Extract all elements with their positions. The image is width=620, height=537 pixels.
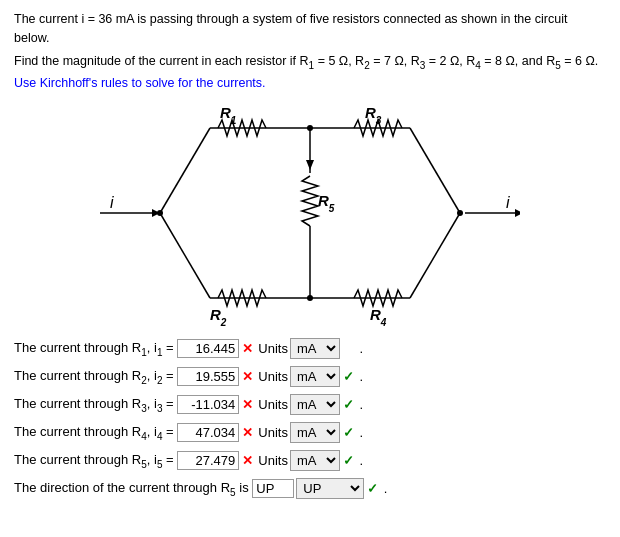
r3-dot: . <box>356 397 363 412</box>
R5-resistor: R5 <box>302 128 335 298</box>
direction-check: ✓ <box>367 481 378 496</box>
r2-error-mark: ✕ <box>242 369 253 384</box>
R3-resistor: R3 <box>354 104 402 136</box>
answer-row-r1: The current through R1, i1 = ✕ Units mAA… <box>14 338 606 359</box>
answer-row-r5: The current through R5, i5 = ✕ Units mAA… <box>14 450 606 471</box>
r5-check: ✓ <box>343 453 354 468</box>
direction-input[interactable] <box>252 479 294 498</box>
r3-units-select[interactable]: mAAμA <box>290 394 340 415</box>
r3-input[interactable] <box>177 395 239 414</box>
r5-error-mark: ✕ <box>242 453 253 468</box>
r3-error-mark: ✕ <box>242 397 253 412</box>
answer-row-r2: The current through R2, i2 = ✕ Units mAA… <box>14 366 606 387</box>
answer-row-r3: The current through R3, i3 = ✕ Units mAA… <box>14 394 606 415</box>
r3-units-label: Units <box>258 397 288 412</box>
problem-line1: The current i = 36 mA is passing through… <box>14 10 606 48</box>
R2-resistor: R2 <box>210 290 266 328</box>
answer-row-r4: The current through R4, i4 = ✕ Units mAA… <box>14 422 606 443</box>
r2-units-label: Units <box>258 369 288 384</box>
r1-dot: . <box>356 341 363 356</box>
svg-line-10 <box>160 213 210 298</box>
r1-input[interactable] <box>177 339 239 358</box>
r2-input[interactable] <box>177 367 239 386</box>
r5-units-select[interactable]: mAAμA <box>290 450 340 471</box>
r4-error-mark: ✕ <box>242 425 253 440</box>
r2-label: The current through R2, i2 = <box>14 368 177 386</box>
svg-marker-4 <box>515 209 520 217</box>
r5-input[interactable] <box>177 451 239 470</box>
direction-select[interactable]: UPDOWN <box>296 478 364 499</box>
svg-line-8 <box>160 128 210 213</box>
r4-check: ✓ <box>343 425 354 440</box>
r2-dot: . <box>356 369 363 384</box>
r1-label: The current through R1, i1 = <box>14 340 177 358</box>
answer-section: The current through R1, i1 = ✕ Units mAA… <box>14 338 606 499</box>
kirchhoff-instruction: Use Kirchhoff's rules to solve for the c… <box>14 76 606 90</box>
r5-dot: . <box>356 453 363 468</box>
svg-marker-24 <box>306 160 314 170</box>
direction-dot: . <box>380 481 387 496</box>
r4-label: The current through R4, i4 = <box>14 424 177 442</box>
r1-units-select[interactable]: mAAμA <box>290 338 340 359</box>
svg-text:R4: R4 <box>370 306 387 328</box>
r4-units-select[interactable]: mAAμA <box>290 422 340 443</box>
R4-resistor: R4 <box>354 290 402 328</box>
r5-units-label: Units <box>258 453 288 468</box>
circuit-svg: i i <box>100 98 520 328</box>
r1-units-label: Units <box>258 341 288 356</box>
svg-text:R5: R5 <box>318 192 335 214</box>
svg-line-11 <box>410 213 460 298</box>
r5-label: The current through R5, i5 = <box>14 452 177 470</box>
answer-row-direction: The direction of the current through R5 … <box>14 478 606 499</box>
r4-input[interactable] <box>177 423 239 442</box>
r4-units-label: Units <box>258 425 288 440</box>
R1-resistor: R1 <box>218 104 266 136</box>
r4-dot: . <box>356 425 363 440</box>
r2-units-select[interactable]: mAAμA <box>290 366 340 387</box>
r2-check: ✓ <box>343 369 354 384</box>
r3-check: ✓ <box>343 397 354 412</box>
svg-text:i: i <box>110 194 114 211</box>
circuit-diagram: i i <box>14 98 606 328</box>
r1-error-mark: ✕ <box>242 341 253 356</box>
svg-text:i: i <box>506 194 510 211</box>
svg-line-9 <box>410 128 460 213</box>
problem-line2: Find the magnitude of the current in eac… <box>14 52 606 73</box>
svg-text:R2: R2 <box>210 306 227 328</box>
r3-label: The current through R3, i3 = <box>14 396 177 414</box>
direction-label: The direction of the current through R5 … <box>14 480 252 498</box>
